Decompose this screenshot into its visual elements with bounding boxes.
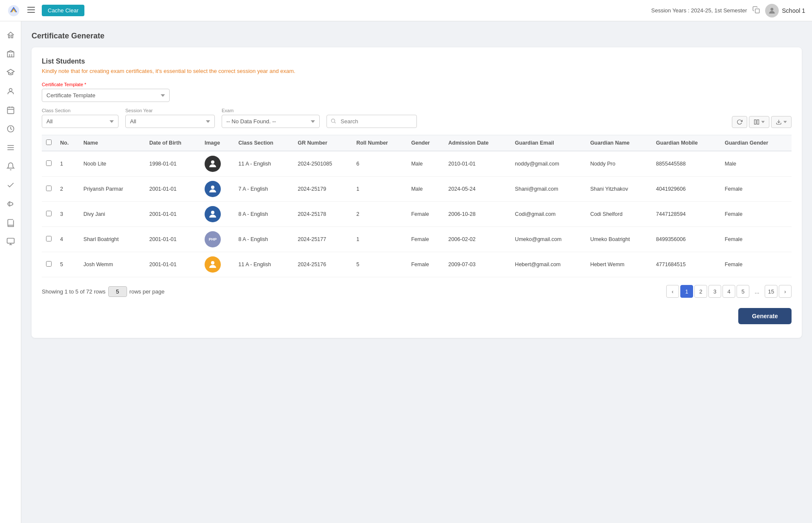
row-guardian-email: Hebert@gmail.com [511,252,586,277]
row-dob: 2001-01-01 [145,202,200,227]
student-avatar [205,156,221,172]
student-avatar [205,206,221,222]
sidebar-item-home[interactable] [2,26,19,44]
row-guardian-name: Hebert Wemm [586,252,652,277]
row-no: 3 [56,202,79,227]
class-section-filter: Class Section All [42,108,118,128]
row-guardian-gender: Female [720,252,792,277]
row-guardian-email: Shani@gmail.com [511,177,586,202]
row-no: 4 [56,227,79,252]
user-menu[interactable]: School 1 [765,4,805,17]
sidebar-item-user[interactable] [2,83,19,100]
col-guardian-name: Guardian Name [586,135,652,151]
row-roll-number: 1 [352,177,407,202]
pagination-buttons: ‹ 1 2 3 4 5 ... 15 › [666,285,792,298]
sidebar-item-building[interactable] [2,45,19,62]
row-admission-date: 2006-02-02 [444,227,511,252]
row-dob: 1998-01-01 [145,151,200,177]
class-section-select[interactable]: All [42,115,118,128]
notice-text: Kindly note that for creating exam certi… [42,68,792,74]
app-logo [7,4,20,17]
row-gr-number: 2024-2501085 [293,151,352,177]
col-class-section: Class Section [234,135,293,151]
row-checkbox[interactable] [46,186,52,191]
page-button-2[interactable]: 2 [694,285,707,298]
row-guardian-mobile: 8499356006 [652,227,720,252]
row-gr-number: 2024-25179 [293,177,352,202]
sidebar-item-check[interactable] [2,177,19,194]
sidebar-item-book[interactable] [2,214,19,231]
session-year-select[interactable]: All [125,115,215,128]
search-input[interactable] [327,115,417,128]
sidebar-item-megaphone[interactable] [2,195,19,212]
row-dob: 2001-01-01 [145,252,200,277]
svg-rect-6 [9,35,10,38]
sidebar-item-graduation[interactable] [2,64,19,81]
row-gender: Male [407,177,444,202]
row-name: Sharl Boatright [79,227,145,252]
page-title: Certificate Generate [32,32,802,41]
export-button[interactable] [771,116,792,128]
row-class-section: 8 A - English [234,202,293,227]
col-name: Name [79,135,145,151]
columns-button[interactable] [749,116,769,128]
sidebar-item-monitor[interactable] [2,233,19,250]
sidebar-item-calendar[interactable] [2,102,19,119]
menu-toggle-button[interactable] [26,5,37,16]
exam-select[interactable]: -- No Data Found. -- [222,115,320,128]
svg-rect-8 [7,52,14,57]
row-guardian-name: Codi Shelford [586,202,652,227]
exam-filter: Exam -- No Data Found. -- [222,108,320,128]
per-page-input[interactable] [108,286,127,297]
sidebar-item-list[interactable] [2,139,19,156]
copy-icon[interactable] [752,6,760,15]
svg-rect-4 [755,9,759,13]
page-button-5[interactable]: 5 [737,285,749,298]
svg-rect-20 [7,238,14,244]
svg-rect-7 [11,35,12,38]
page-button-15[interactable]: 15 [765,285,777,298]
row-checkbox[interactable] [46,261,52,267]
row-guardian-gender: Female [720,177,792,202]
row-guardian-name: Shani Yitzhakov [586,177,652,202]
page-button-3[interactable]: 3 [708,285,721,298]
select-all-header [42,135,56,151]
row-checkbox-cell [42,151,56,177]
exam-label: Exam [222,108,320,113]
svg-line-24 [335,122,336,123]
username-label: School 1 [782,7,805,14]
row-checkbox-cell [42,202,56,227]
col-gender: Gender [407,135,444,151]
session-year-filter: Session Year All [125,108,215,128]
certificate-template-select[interactable]: Certificate Template [42,89,170,102]
row-roll-number: 1 [352,227,407,252]
sidebar-item-clock[interactable] [2,120,19,137]
row-image [200,151,234,177]
search-filter [327,115,417,128]
generate-btn-row: Generate [42,308,792,324]
sidebar-item-bell[interactable] [2,158,19,175]
cache-clear-button[interactable]: Cache Clear [42,5,84,16]
col-gr-number: GR Number [293,135,352,151]
row-guardian-email: Codi@gmail.com [511,202,586,227]
pagination-info: Showing 1 to 5 of 72 rows [42,288,106,295]
row-checkbox[interactable] [46,160,52,166]
page-button-4[interactable]: 4 [722,285,735,298]
next-page-button[interactable]: › [779,285,792,298]
student-avatar: PHP [205,231,221,247]
col-guardian-mobile: Guardian Mobile [652,135,720,151]
row-checkbox[interactable] [46,211,52,216]
table-row: 3 Divy Jani 2001-01-01 8 A - English 202… [42,202,792,227]
row-image: PHP [200,227,234,252]
row-guardian-email: noddy@gmail.com [511,151,586,177]
prev-page-button[interactable]: ‹ [666,285,679,298]
row-class-section: 11 A - English [234,151,293,177]
select-all-checkbox[interactable] [46,139,52,145]
refresh-button[interactable] [732,116,747,128]
col-guardian-email: Guardian Email [511,135,586,151]
page-button-1[interactable]: 1 [680,285,693,298]
generate-button[interactable]: Generate [738,308,792,324]
template-select-wrapper: Certificate Template [42,89,170,102]
pagination-row: Showing 1 to 5 of 72 rows rows per page … [42,285,792,298]
row-checkbox[interactable] [46,236,52,241]
